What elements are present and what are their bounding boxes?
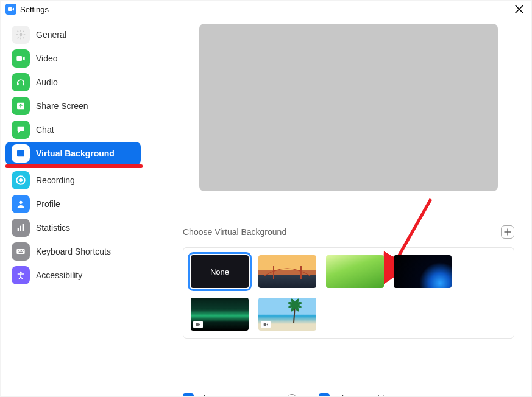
svg-rect-12 <box>23 83 24 86</box>
annotation-underline <box>5 164 143 168</box>
sidebar-item-recording[interactable]: Recording <box>5 169 141 192</box>
mirror-video-option[interactable]: Mirror my video <box>319 393 393 397</box>
background-aurora[interactable] <box>191 298 249 331</box>
keyboard-icon <box>12 242 30 261</box>
svg-rect-5 <box>24 34 26 35</box>
profile-icon <box>12 195 30 213</box>
svg-rect-21 <box>23 224 24 231</box>
svg-rect-26 <box>23 250 23 251</box>
sidebar-item-label: Profile <box>36 199 60 209</box>
sidebar-item-profile[interactable]: Profile <box>5 192 141 216</box>
svg-rect-2 <box>20 30 21 32</box>
video-icon <box>12 49 30 68</box>
gear-icon <box>12 26 30 44</box>
svg-rect-0 <box>8 7 12 11</box>
mirror-label: Mirror my video <box>335 394 393 397</box>
video-badge-icon <box>193 321 203 328</box>
sidebar-item-virtual-background[interactable]: Virtual Background <box>5 142 141 165</box>
background-earth-space[interactable] <box>394 255 452 288</box>
svg-point-18 <box>19 201 22 204</box>
sidebar-item-label: Accessibility <box>36 270 82 280</box>
svg-rect-24 <box>20 250 20 251</box>
green-screen-label: I have a green screen <box>199 394 281 397</box>
background-golden-gate[interactable] <box>258 255 316 288</box>
person-icon <box>12 144 30 163</box>
sidebar-item-statistics[interactable]: Statistics <box>5 216 141 239</box>
stats-icon <box>12 219 30 237</box>
background-grass[interactable] <box>326 255 384 288</box>
svg-point-15 <box>20 152 22 154</box>
sidebar-item-accessibility[interactable]: Accessibility <box>5 264 141 287</box>
svg-point-1 <box>20 33 23 37</box>
sidebar-item-audio[interactable]: Audio <box>5 71 141 94</box>
svg-rect-19 <box>18 228 19 231</box>
svg-rect-32 <box>196 323 199 326</box>
svg-rect-20 <box>20 226 21 231</box>
sidebar-item-general[interactable]: General <box>5 23 141 46</box>
record-icon <box>12 171 30 189</box>
chat-icon <box>12 121 30 139</box>
video-badge-icon <box>261 321 271 328</box>
sidebar-item-label: Share Screen <box>36 101 88 111</box>
svg-rect-27 <box>19 252 23 253</box>
section-title: Choose Virtual Background <box>183 227 286 237</box>
svg-rect-4 <box>16 34 18 35</box>
sidebar-item-label: Chat <box>36 125 54 135</box>
sidebar-item-label: Virtual Background <box>36 149 115 158</box>
share-icon <box>12 97 30 115</box>
svg-rect-6 <box>17 30 19 32</box>
green-screen-option[interactable]: I have a green screen ? <box>183 393 297 397</box>
svg-rect-10 <box>16 56 22 61</box>
mirror-checkbox[interactable] <box>319 393 330 397</box>
add-background-button[interactable] <box>501 225 514 239</box>
svg-rect-11 <box>17 83 19 86</box>
none-label: None <box>210 267 229 276</box>
sidebar-item-video[interactable]: Video <box>5 47 141 70</box>
sidebar-item-label: Keyboard Shortcuts <box>36 247 111 256</box>
svg-point-28 <box>20 272 22 273</box>
window-title: Settings <box>20 5 49 14</box>
accessibility-icon <box>12 266 30 284</box>
sidebar-item-label: Recording <box>36 175 75 185</box>
background-none[interactable]: None <box>191 255 249 288</box>
svg-rect-3 <box>20 38 21 40</box>
sidebar-item-keyboard-shortcuts[interactable]: Keyboard Shortcuts <box>5 240 141 263</box>
svg-rect-9 <box>17 37 19 39</box>
sidebar-item-share-screen[interactable]: Share Screen <box>5 94 141 118</box>
virtual-background-panel: Choose Virtual Background None I have a … <box>146 18 531 396</box>
sidebar-item-label: General <box>36 30 66 40</box>
svg-rect-8 <box>23 30 24 32</box>
app-icon <box>5 4 16 15</box>
green-screen-checkbox[interactable] <box>183 393 194 397</box>
svg-rect-38 <box>264 323 266 326</box>
close-button[interactable] <box>512 2 527 16</box>
audio-icon <box>12 73 30 91</box>
video-preview <box>199 24 498 191</box>
svg-rect-25 <box>21 250 22 251</box>
sidebar-item-label: Statistics <box>36 223 70 233</box>
svg-rect-7 <box>23 37 24 39</box>
svg-point-17 <box>19 178 23 182</box>
background-grid: None <box>183 247 514 339</box>
background-beach[interactable] <box>258 298 316 331</box>
help-icon[interactable]: ? <box>287 394 297 397</box>
sidebar-item-chat[interactable]: Chat <box>5 118 141 141</box>
sidebar-item-label: Video <box>36 54 58 63</box>
svg-rect-23 <box>18 250 18 251</box>
sidebar-item-label: Audio <box>36 77 58 87</box>
svg-rect-22 <box>16 249 24 254</box>
titlebar: Settings <box>1 1 531 18</box>
settings-sidebar: GeneralVideoAudioShare ScreenChatVirtual… <box>1 18 146 396</box>
